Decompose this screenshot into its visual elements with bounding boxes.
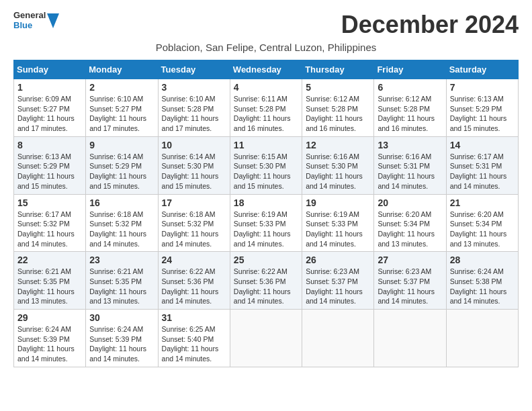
day-number: 18 bbox=[234, 197, 298, 208]
day-info: Sunrise: 6:09 AM Sunset: 5:27 PM Dayligh… bbox=[17, 94, 82, 134]
calendar-week-row: 8 Sunrise: 6:13 AM Sunset: 5:29 PM Dayli… bbox=[14, 136, 519, 194]
calendar-cell: 25 Sunrise: 6:22 AM Sunset: 5:36 PM Dayl… bbox=[230, 252, 302, 310]
day-number: 9 bbox=[89, 140, 154, 150]
logo-blue: Blue bbox=[13, 21, 46, 31]
calendar-cell: 12 Sunrise: 6:16 AM Sunset: 5:30 PM Dayl… bbox=[302, 136, 374, 194]
calendar-cell: 13 Sunrise: 6:16 AM Sunset: 5:31 PM Dayl… bbox=[374, 136, 446, 194]
calendar-cell bbox=[230, 310, 302, 367]
calendar-cell: 27 Sunrise: 6:23 AM Sunset: 5:37 PM Dayl… bbox=[374, 252, 446, 310]
calendar-cell: 20 Sunrise: 6:20 AM Sunset: 5:34 PM Dayl… bbox=[374, 194, 446, 252]
calendar-cell: 24 Sunrise: 6:22 AM Sunset: 5:36 PM Dayl… bbox=[158, 252, 230, 310]
calendar-cell bbox=[446, 310, 518, 367]
day-number: 17 bbox=[162, 197, 226, 208]
day-number: 4 bbox=[234, 82, 298, 93]
location: Poblacion, San Felipe, Central Luzon, Ph… bbox=[13, 42, 519, 53]
logo-triangle-icon bbox=[47, 13, 59, 28]
calendar-header-tuesday: Tuesday bbox=[158, 60, 230, 79]
calendar-cell: 7 Sunrise: 6:13 AM Sunset: 5:29 PM Dayli… bbox=[446, 79, 518, 137]
calendar-header-sunday: Sunday bbox=[14, 60, 86, 79]
day-number: 28 bbox=[450, 255, 515, 265]
day-info: Sunrise: 6:10 AM Sunset: 5:28 PM Dayligh… bbox=[162, 94, 226, 134]
calendar-cell: 17 Sunrise: 6:18 AM Sunset: 5:32 PM Dayl… bbox=[158, 194, 230, 252]
day-number: 16 bbox=[89, 197, 154, 208]
calendar-cell: 1 Sunrise: 6:09 AM Sunset: 5:27 PM Dayli… bbox=[14, 79, 86, 137]
day-number: 5 bbox=[306, 82, 370, 93]
calendar-cell: 10 Sunrise: 6:14 AM Sunset: 5:30 PM Dayl… bbox=[158, 136, 230, 194]
day-number: 1 bbox=[17, 82, 82, 93]
logo: General Blue bbox=[13, 11, 59, 31]
calendar-header-friday: Friday bbox=[374, 60, 446, 79]
day-info: Sunrise: 6:25 AM Sunset: 5:40 PM Dayligh… bbox=[162, 324, 226, 364]
day-number: 27 bbox=[378, 255, 442, 265]
calendar-cell: 14 Sunrise: 6:17 AM Sunset: 5:31 PM Dayl… bbox=[446, 136, 518, 194]
calendar-cell: 26 Sunrise: 6:23 AM Sunset: 5:37 PM Dayl… bbox=[302, 252, 374, 310]
day-number: 22 bbox=[17, 255, 82, 265]
calendar-cell: 22 Sunrise: 6:21 AM Sunset: 5:35 PM Dayl… bbox=[14, 252, 86, 310]
day-info: Sunrise: 6:12 AM Sunset: 5:28 PM Dayligh… bbox=[378, 94, 442, 134]
day-number: 14 bbox=[450, 140, 515, 150]
calendar-cell: 11 Sunrise: 6:15 AM Sunset: 5:30 PM Dayl… bbox=[230, 136, 302, 194]
calendar-week-row: 1 Sunrise: 6:09 AM Sunset: 5:27 PM Dayli… bbox=[14, 79, 519, 137]
day-info: Sunrise: 6:14 AM Sunset: 5:30 PM Dayligh… bbox=[162, 152, 226, 191]
month-title: December 2024 bbox=[341, 11, 519, 39]
day-info: Sunrise: 6:13 AM Sunset: 5:29 PM Dayligh… bbox=[17, 152, 82, 191]
day-number: 15 bbox=[17, 197, 82, 208]
calendar-cell: 2 Sunrise: 6:10 AM Sunset: 5:27 PM Dayli… bbox=[86, 79, 158, 137]
calendar-cell: 18 Sunrise: 6:19 AM Sunset: 5:33 PM Dayl… bbox=[230, 194, 302, 252]
day-number: 13 bbox=[378, 140, 442, 150]
calendar-cell: 4 Sunrise: 6:11 AM Sunset: 5:28 PM Dayli… bbox=[230, 79, 302, 137]
day-info: Sunrise: 6:12 AM Sunset: 5:28 PM Dayligh… bbox=[306, 94, 370, 134]
day-number: 19 bbox=[306, 197, 370, 208]
calendar-cell: 5 Sunrise: 6:12 AM Sunset: 5:28 PM Dayli… bbox=[302, 79, 374, 137]
day-number: 31 bbox=[162, 312, 226, 323]
day-info: Sunrise: 6:11 AM Sunset: 5:28 PM Dayligh… bbox=[234, 94, 298, 134]
day-info: Sunrise: 6:16 AM Sunset: 5:31 PM Dayligh… bbox=[378, 152, 442, 191]
calendar-week-row: 29 Sunrise: 6:24 AM Sunset: 5:39 PM Dayl… bbox=[14, 310, 519, 367]
calendar-cell bbox=[302, 310, 374, 367]
calendar-cell: 28 Sunrise: 6:24 AM Sunset: 5:38 PM Dayl… bbox=[446, 252, 518, 310]
calendar-cell: 8 Sunrise: 6:13 AM Sunset: 5:29 PM Dayli… bbox=[14, 136, 86, 194]
day-info: Sunrise: 6:22 AM Sunset: 5:36 PM Dayligh… bbox=[234, 267, 298, 306]
svg-marker-0 bbox=[47, 13, 59, 28]
day-number: 10 bbox=[162, 140, 226, 150]
calendar: SundayMondayTuesdayWednesdayThursdayFrid… bbox=[13, 60, 519, 367]
calendar-cell: 9 Sunrise: 6:14 AM Sunset: 5:29 PM Dayli… bbox=[86, 136, 158, 194]
day-info: Sunrise: 6:13 AM Sunset: 5:29 PM Dayligh… bbox=[450, 94, 515, 134]
day-info: Sunrise: 6:24 AM Sunset: 5:39 PM Dayligh… bbox=[89, 324, 154, 364]
day-info: Sunrise: 6:24 AM Sunset: 5:38 PM Dayligh… bbox=[450, 267, 515, 306]
day-info: Sunrise: 6:19 AM Sunset: 5:33 PM Dayligh… bbox=[234, 210, 298, 249]
day-info: Sunrise: 6:21 AM Sunset: 5:35 PM Dayligh… bbox=[17, 267, 82, 306]
day-number: 11 bbox=[234, 140, 298, 150]
day-number: 25 bbox=[234, 255, 298, 265]
day-number: 2 bbox=[89, 82, 154, 93]
day-info: Sunrise: 6:14 AM Sunset: 5:29 PM Dayligh… bbox=[89, 152, 154, 191]
calendar-week-row: 15 Sunrise: 6:17 AM Sunset: 5:32 PM Dayl… bbox=[14, 194, 519, 252]
day-info: Sunrise: 6:10 AM Sunset: 5:27 PM Dayligh… bbox=[89, 94, 154, 134]
calendar-cell: 3 Sunrise: 6:10 AM Sunset: 5:28 PM Dayli… bbox=[158, 79, 230, 137]
day-info: Sunrise: 6:20 AM Sunset: 5:34 PM Dayligh… bbox=[378, 210, 442, 249]
calendar-cell: 29 Sunrise: 6:24 AM Sunset: 5:39 PM Dayl… bbox=[14, 310, 86, 367]
calendar-header-wednesday: Wednesday bbox=[230, 60, 302, 79]
day-number: 12 bbox=[306, 140, 370, 150]
day-info: Sunrise: 6:21 AM Sunset: 5:35 PM Dayligh… bbox=[89, 267, 154, 306]
day-number: 24 bbox=[162, 255, 226, 265]
calendar-cell: 16 Sunrise: 6:18 AM Sunset: 5:32 PM Dayl… bbox=[86, 194, 158, 252]
day-info: Sunrise: 6:20 AM Sunset: 5:34 PM Dayligh… bbox=[450, 210, 515, 249]
day-number: 23 bbox=[89, 255, 154, 265]
day-info: Sunrise: 6:17 AM Sunset: 5:32 PM Dayligh… bbox=[17, 210, 82, 249]
day-number: 7 bbox=[450, 82, 515, 93]
calendar-header-monday: Monday bbox=[86, 60, 158, 79]
day-number: 29 bbox=[17, 312, 82, 323]
calendar-cell: 19 Sunrise: 6:19 AM Sunset: 5:33 PM Dayl… bbox=[302, 194, 374, 252]
calendar-cell: 30 Sunrise: 6:24 AM Sunset: 5:39 PM Dayl… bbox=[86, 310, 158, 367]
calendar-header-saturday: Saturday bbox=[446, 60, 518, 79]
day-info: Sunrise: 6:16 AM Sunset: 5:30 PM Dayligh… bbox=[306, 152, 370, 191]
day-info: Sunrise: 6:19 AM Sunset: 5:33 PM Dayligh… bbox=[306, 210, 370, 249]
day-number: 20 bbox=[378, 197, 442, 208]
page-header: General Blue December 2024 bbox=[13, 11, 519, 39]
day-number: 6 bbox=[378, 82, 442, 93]
day-info: Sunrise: 6:18 AM Sunset: 5:32 PM Dayligh… bbox=[162, 210, 226, 249]
calendar-cell: 6 Sunrise: 6:12 AM Sunset: 5:28 PM Dayli… bbox=[374, 79, 446, 137]
day-info: Sunrise: 6:15 AM Sunset: 5:30 PM Dayligh… bbox=[234, 152, 298, 191]
day-number: 21 bbox=[450, 197, 515, 208]
